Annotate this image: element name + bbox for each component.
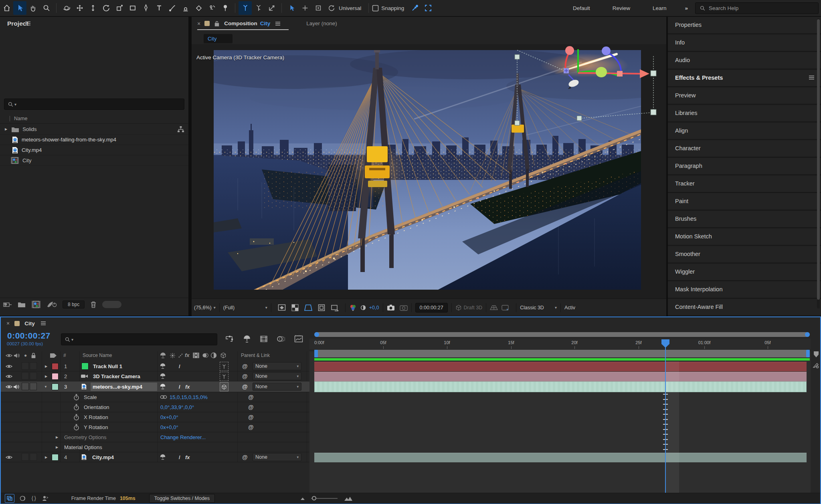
selection-tool-icon[interactable] [13,1,26,15]
twirl-open-icon[interactable]: ▼ [44,385,47,389]
layer-row-city[interactable]: ▶ 4 City.mp4 / fx @ None▾ [1,452,309,462]
draft-3d-toggle[interactable]: Draft 3D [455,304,483,311]
local-axis-mode-icon[interactable] [239,1,252,15]
render-engine-icon[interactable] [47,301,57,308]
shy-column-icon[interactable] [160,352,166,359]
parent-pickwhip-icon[interactable]: @ [242,373,248,379]
panel-item-libraries[interactable]: Libraries [668,105,821,123]
snap-bounding-box-icon[interactable] [421,1,435,15]
mask-visibility-icon[interactable] [318,304,325,311]
panel-item-properties[interactable]: Properties [668,17,821,34]
3d-switch-cell[interactable] [220,382,229,391]
parent-pickwhip-icon[interactable]: @ [242,383,248,390]
puppet-pin-tool-icon[interactable] [218,1,232,15]
panel-item-motion-sketch[interactable]: Motion Sketch [668,228,821,246]
dolly-camera-tool-icon[interactable] [86,1,99,15]
eraser-tool-icon[interactable] [192,1,205,15]
composition-mini-flowchart-icon[interactable] [225,335,234,343]
property-name[interactable]: X Rotation [84,414,108,420]
project-item-city-footage[interactable]: City.mp4 [0,145,188,155]
3d-switch-cell[interactable] [220,362,229,371]
layer-bar-track-null[interactable] [314,362,807,371]
hand-tool-icon[interactable] [26,1,40,15]
panel-item-paint[interactable]: Paint [668,193,821,211]
close-tab-icon[interactable]: × [6,320,10,327]
timeline-zoom-slider[interactable] [311,498,338,499]
3d-view-gizmo-icon[interactable] [501,304,509,311]
layer-tab-label[interactable]: Layer (none) [306,20,337,26]
expand-layer-switches-icon[interactable] [5,494,14,503]
time-ruler[interactable]: 0:00f 05f 10f 15f 20f 25f 01:00f 05f [309,339,811,349]
panel-menu-icon[interactable] [40,321,46,326]
twirl-closed-icon[interactable]: ▶ [5,127,7,131]
shy-switch-icon[interactable] [160,454,166,460]
property-pickwhip-icon[interactable]: @ [248,414,254,420]
layer-row-track-null[interactable]: ▶ 1 Track Null 1 / @ None▾ [1,361,309,371]
shy-switch-icon[interactable] [160,383,166,390]
property-row-y-rotation[interactable]: Y Rotation 0x+0,0° @ [1,422,309,432]
panel-menu-icon[interactable] [25,21,31,26]
renderer-dropdown[interactable]: Classic 3D▾ [520,305,557,310]
type-tool-icon[interactable] [152,1,166,15]
shy-toggle-icon[interactable] [243,335,251,343]
time-navigator[interactable] [314,332,810,337]
close-tab-icon[interactable]: × [197,20,200,27]
universal-label[interactable]: Universal [339,5,361,11]
rotate-tool-icon[interactable] [99,1,113,15]
zoom-slider-knob[interactable] [312,496,316,500]
transparency-grid-icon[interactable] [291,304,299,311]
stopwatch-icon[interactable] [73,414,79,421]
parent-dropdown[interactable]: None▾ [253,453,301,461]
camera-view-dropdown[interactable]: Activ [564,305,575,310]
timeline-search-input[interactable]: ▾ [61,333,217,345]
comp-button-icon[interactable] [813,362,819,369]
effects-switch-icon[interactable]: fx [185,384,190,390]
panel-item-brushes[interactable]: Brushes [668,211,821,228]
panel-item-smoother[interactable]: Smoother [668,246,821,264]
property-name[interactable]: Orientation [84,404,109,410]
resolution-dropdown[interactable]: (Full)▾ [223,305,267,310]
property-name[interactable]: Scale [84,394,97,400]
collapse-transformations-column-icon[interactable] [170,353,176,359]
rectangle-tool-icon[interactable] [126,1,139,15]
snapping-checkbox[interactable] [372,5,379,12]
panel-item-preview[interactable]: Preview [668,87,821,105]
label-color-swatch[interactable] [52,383,59,390]
twirl-closed-icon[interactable]: ▶ [56,446,58,449]
camera-move-icon[interactable] [298,1,311,15]
brush-tool-icon[interactable] [166,1,179,15]
property-row-orientation[interactable]: Orientation 0,0°,33,9°,0,0° @ [1,402,309,412]
comp-marker-icon[interactable] [813,351,819,358]
change-renderer-link[interactable]: Change Renderer... [160,434,206,440]
quality-column-icon[interactable] [178,353,184,358]
property-name[interactable]: Y Rotation [84,424,108,430]
safe-guides-icon[interactable] [278,304,286,311]
panel-item-wiggler[interactable]: Wiggler [668,264,821,281]
right-panel-scrollbar[interactable] [817,18,820,308]
search-help-box[interactable]: Search Help [695,2,819,14]
project-item-solids[interactable]: ▶ Solids [0,124,188,135]
panel-item-align[interactable]: Align [668,123,821,140]
panel-item-effects-presets[interactable]: Effects & Presets [668,70,821,87]
timeline-tab-label[interactable]: City [24,321,35,327]
panel-menu-icon[interactable] [275,21,281,26]
twirl-closed-icon[interactable]: ▶ [56,435,58,439]
exposure-reset-icon[interactable] [360,304,367,311]
zoom-tool-icon[interactable] [40,1,53,15]
lock-icon[interactable] [214,21,219,26]
zoom-out-mountain-icon[interactable] [300,496,305,500]
playhead-line[interactable] [665,347,666,493]
composition-tab-label[interactable]: Composition [224,20,257,26]
pan-behind-tool-icon[interactable] [113,1,126,15]
show-snapshot-icon[interactable] [400,304,408,311]
work-area-start-handle[interactable] [314,350,318,357]
label-color-swatch[interactable] [52,454,59,461]
twirl-closed-icon[interactable]: ▶ [45,365,47,368]
camera-orbit-icon[interactable] [325,1,338,15]
lock-column-icon[interactable] [31,353,36,359]
eye-icon[interactable] [6,374,12,379]
motion-blur-icon[interactable] [277,335,285,343]
roto-brush-tool-icon[interactable] [205,1,218,15]
parent-dropdown[interactable]: None▾ [253,362,301,370]
parent-pickwhip-icon[interactable]: @ [242,363,248,369]
